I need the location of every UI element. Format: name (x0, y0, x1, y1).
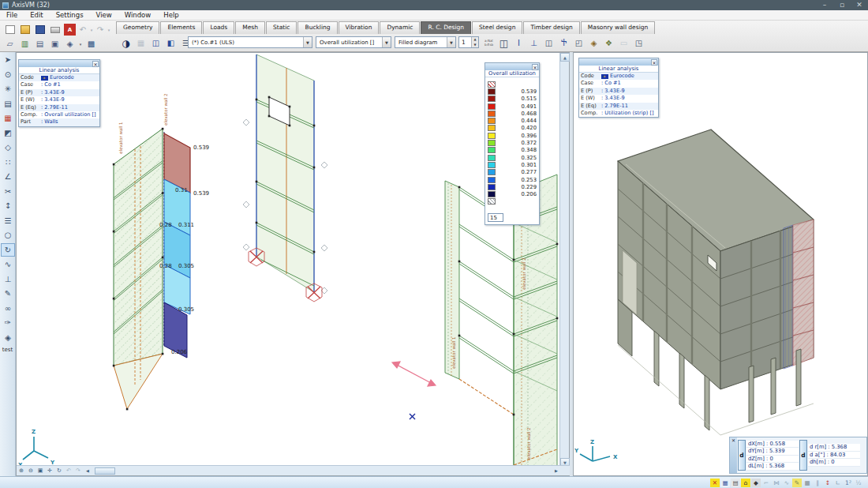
menu-edit[interactable]: Edit (24, 11, 49, 19)
wall-reinforcement-icon[interactable]: ◫ (541, 36, 556, 50)
scale-display-icon[interactable]: a:Natb:Esb (481, 36, 496, 50)
status-snap-curve-icon[interactable]: ∿ (782, 479, 791, 487)
support-tool-icon[interactable]: ⊥ (1, 272, 15, 286)
shading-icon[interactable]: ◑ (118, 36, 133, 50)
display-options-icon[interactable]: ▩ (84, 37, 99, 51)
save-icon[interactable] (32, 23, 47, 36)
scroll-right-icon[interactable]: ▶ (552, 467, 561, 475)
dimension-tool-icon[interactable]: ↕ (1, 199, 15, 212)
open-file-icon[interactable] (17, 23, 32, 36)
design-check-icon[interactable]: ◈ (586, 36, 601, 50)
maximize-button[interactable]: ▫ (833, 0, 851, 10)
wrench-tool-icon[interactable]: ✑ (1, 316, 15, 329)
drawing-library-icon[interactable]: ◈ (62, 37, 77, 51)
model-viewport[interactable]: Z Y X ✕ Linear analysis CodeEurocode Cas… (573, 52, 868, 476)
wall-panel-icon[interactable]: ◫ (148, 36, 163, 50)
tbeam-icon[interactable]: Ⴕ (556, 36, 571, 50)
grid-snap-icon[interactable]: ∷ (1, 156, 15, 169)
tab-rc-design[interactable]: R. C. Design (421, 21, 471, 34)
close-icon[interactable]: ✕ (92, 61, 99, 67)
status-fill-icon[interactable]: ■ (803, 479, 812, 487)
column-reinforcement-icon[interactable]: ⊥ (526, 36, 541, 50)
panel-title-strip[interactable]: ✕ (579, 58, 658, 66)
edit-tool-icon[interactable]: ✎ (1, 287, 15, 300)
zoom-in-icon[interactable]: ⊕ (17, 467, 26, 475)
load-case-combo[interactable]: (*) Co.#1 (ULS)▼ (188, 36, 312, 48)
tab-static[interactable]: Static (266, 21, 297, 34)
legend-title-strip[interactable]: ✕ (485, 63, 539, 70)
report-maker-icon[interactable]: ▣ (47, 37, 62, 51)
tab-geometry[interactable]: Geometry (116, 21, 159, 34)
tab-timber-design[interactable]: Timber design (523, 21, 579, 34)
tab-loads[interactable]: Loads (203, 21, 234, 34)
parts-icon[interactable]: ◧ (163, 36, 178, 50)
tab-buckling[interactable]: Buckling (297, 21, 337, 34)
redo-icon[interactable]: ↷ (95, 23, 106, 36)
table-browser-icon[interactable]: ▥ (17, 37, 32, 51)
close-icon[interactable]: ✕ (532, 64, 538, 70)
tab-vibration[interactable]: Vibration (339, 21, 380, 34)
symbols-icon[interactable]: ◇ (1, 141, 15, 154)
menu-help[interactable]: Help (157, 11, 185, 19)
display-combo-arrow[interactable]: ▼ (447, 37, 455, 47)
tab-elements[interactable]: Elements (160, 21, 202, 34)
design-library-icon[interactable]: ❖ (601, 36, 616, 50)
scale-spinner[interactable]: 1 ▲▼ (458, 36, 479, 48)
delete-tool-icon[interactable]: ✂ (1, 185, 15, 198)
spin-down-icon[interactable]: ▼ (472, 43, 478, 48)
minimize-button[interactable]: – (816, 0, 833, 10)
menu-file[interactable]: File (0, 11, 24, 19)
status-delete-mode-icon[interactable]: ✕ (710, 479, 720, 487)
status-vertical-snap-icon[interactable]: ↕ (823, 479, 832, 487)
status-angle-snap-icon[interactable]: ∟ (833, 479, 843, 487)
beam-reinforcement-icon[interactable]: Ⅰ (511, 36, 526, 50)
delta-toggle-button[interactable]: d (738, 440, 746, 471)
view-glasses-icon[interactable]: ∞ (1, 302, 15, 315)
zoom-fit-icon[interactable]: ▣ (36, 467, 45, 475)
pan-rotate-tool-icon[interactable]: ↻ (1, 243, 15, 257)
table-icon[interactable]: ▤ (32, 37, 47, 51)
close-button[interactable]: ✕ (851, 0, 868, 10)
status-grid-icon[interactable]: ▦ (720, 479, 730, 487)
mesh-display-icon[interactable]: ▦ (133, 36, 148, 50)
rotate-section-icon[interactable]: ◳ (631, 36, 646, 50)
status-cursor-icon[interactable]: ◆ (751, 479, 761, 487)
tab-steel-design[interactable]: Steel design (472, 21, 522, 34)
delta-toggle-button[interactable]: d (799, 440, 807, 471)
result-viewport[interactable]: elevator wall 1 elevator wall 2 0.539 0.… (16, 52, 570, 476)
component-combo[interactable]: Overall utilization []▼ (316, 36, 391, 48)
menu-settings[interactable]: Settings (50, 11, 90, 19)
zoom-tool-icon[interactable]: ⊙ (1, 68, 15, 81)
scroll-up-icon[interactable]: ▲ (560, 53, 570, 62)
spline-tool-icon[interactable]: ∿ (1, 257, 15, 271)
zoom-out-icon[interactable]: ⊖ (26, 467, 36, 475)
close-icon[interactable]: ✕ (730, 437, 737, 473)
horizontal-scroll-thumb[interactable] (95, 467, 115, 475)
layer-manager-icon[interactable]: ▱ (2, 37, 17, 51)
status-unit-icon[interactable]: 1² (844, 479, 853, 487)
reinforcement-panel-icon[interactable]: ◫ (496, 36, 511, 50)
undo-icon[interactable]: ↶ (77, 23, 88, 36)
status-snap-nodes-icon[interactable]: ⋈ (772, 479, 781, 487)
panel-title-strip[interactable]: ✕ (19, 60, 99, 67)
redo-dropdown-icon[interactable]: ▾ (106, 23, 112, 36)
color-coding-icon[interactable]: ▦ (1, 111, 15, 125)
legend-levels-input[interactable]: 15 (488, 213, 503, 222)
pan-icon[interactable]: ✛ (45, 467, 54, 475)
display-mode-combo[interactable]: Filled diagram▼ (395, 36, 456, 48)
tab-masonry-design[interactable]: Masonry wall design (581, 21, 655, 34)
coordinate-system-icon[interactable]: ✳ (1, 82, 15, 96)
geometry-check-icon[interactable]: ∠ (1, 170, 15, 183)
scroll-left-icon[interactable]: ◀ (83, 467, 92, 475)
undo-dropdown-icon[interactable]: ▾ (88, 23, 95, 36)
close-icon[interactable]: ✕ (651, 59, 657, 66)
menu-view[interactable]: View (90, 11, 118, 19)
layers-icon[interactable]: ☰ (1, 214, 15, 227)
pdf-export-icon[interactable]: A (64, 24, 76, 36)
tab-dynamic[interactable]: Dynamic (380, 21, 420, 34)
selection-tool-icon[interactable]: ➤ (1, 53, 15, 66)
warning-diamond-icon[interactable]: ◈ (1, 331, 15, 344)
menu-window[interactable]: Window (118, 11, 158, 19)
polygon-tool-icon[interactable]: ○ (1, 228, 15, 242)
corner-wall-icon[interactable]: ◰ (571, 36, 586, 50)
